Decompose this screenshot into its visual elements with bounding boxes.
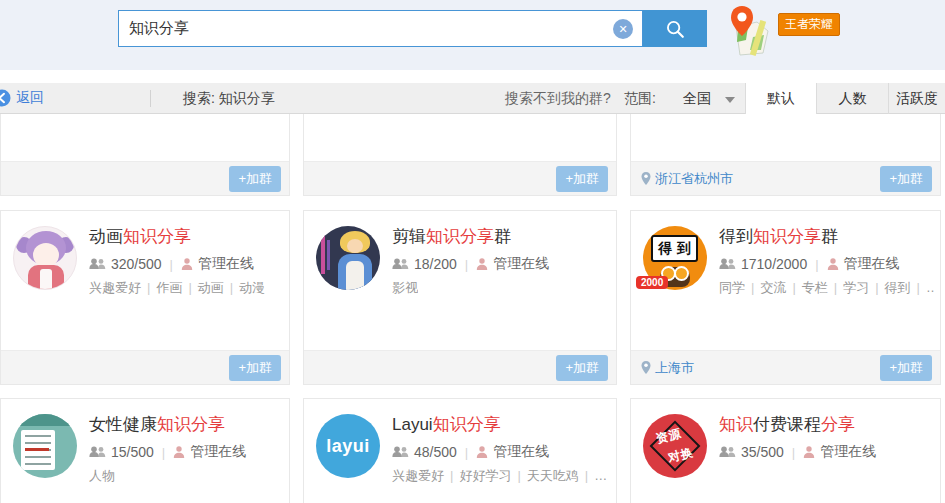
stat-separator: | bbox=[162, 445, 165, 460]
stat-separator: | bbox=[465, 445, 468, 460]
result-row: 动画知识分享 320/500 | 管理在线 兴趣爱好|作画|动画|动漫 +加群 bbox=[0, 210, 945, 385]
group-avatar: 得到 2000 bbox=[643, 226, 707, 290]
back-label: 返回 bbox=[16, 89, 44, 107]
back-icon bbox=[0, 89, 11, 107]
group-avatar: 资源 对换 bbox=[643, 414, 707, 478]
join-group-button[interactable]: +加群 bbox=[556, 166, 608, 192]
member-count: 1710/2000 bbox=[741, 256, 807, 272]
location-text: 上海市 bbox=[655, 359, 694, 377]
group-name: 动画知识分享 bbox=[89, 225, 191, 248]
avatar-shape bbox=[327, 240, 330, 270]
avatar-shape bbox=[33, 243, 59, 267]
avatar-art bbox=[13, 226, 77, 290]
join-group-button[interactable]: +加群 bbox=[880, 355, 932, 381]
group-card[interactable]: 得到 2000 得到知识分享群 1710/2000 | 管理在线 同学|交流|专… bbox=[630, 210, 941, 385]
group-name: 得到知识分享群 bbox=[719, 225, 838, 248]
admin-icon bbox=[476, 258, 488, 270]
members-icon bbox=[392, 258, 409, 270]
avatar-art bbox=[13, 414, 77, 478]
members-icon bbox=[89, 258, 106, 270]
group-avatar bbox=[13, 226, 77, 290]
stat-separator: | bbox=[815, 257, 818, 272]
toolbar-divider bbox=[150, 90, 151, 107]
avatar-shape bbox=[321, 234, 325, 274]
member-count: 320/500 bbox=[111, 256, 162, 272]
member-count: 15/500 bbox=[111, 444, 154, 460]
map-icon bbox=[727, 5, 773, 57]
group-card[interactable]: 剪辑知识分享群 18/200 | 管理在线 影视 +加群 bbox=[303, 210, 617, 385]
group-card[interactable]: layui Layui知识分享 48/500 | 管理在线 兴趣爱好|好好学习|… bbox=[303, 398, 617, 503]
avatar-art: 资源 对换 bbox=[643, 414, 707, 478]
admin-status: 管理在线 bbox=[844, 255, 900, 273]
back-button[interactable]: 返回 bbox=[0, 83, 44, 113]
members-icon bbox=[89, 446, 106, 458]
join-group-button[interactable]: +加群 bbox=[229, 166, 281, 192]
admin-status: 管理在线 bbox=[190, 443, 246, 461]
group-tags: 兴趣爱好|作画|动画|动漫 bbox=[89, 279, 265, 297]
admin-status: 管理在线 bbox=[493, 255, 549, 273]
tab-default[interactable]: 默认 bbox=[745, 83, 816, 114]
location-pin-icon bbox=[641, 172, 651, 186]
admin-icon bbox=[827, 258, 839, 270]
group-card[interactable]: 动画知识分享 320/500 | 管理在线 兴趣爱好|作画|动画|动漫 +加群 bbox=[0, 210, 290, 385]
group-stats: 15/500 | 管理在线 bbox=[89, 443, 246, 461]
map-search-button[interactable] bbox=[727, 5, 773, 57]
group-location: 浙江省杭州市 bbox=[641, 170, 733, 188]
member-count: 48/500 bbox=[414, 444, 457, 460]
group-avatar: layui bbox=[316, 414, 380, 478]
avatar-text: layui bbox=[326, 436, 370, 457]
scope-dropdown[interactable]: 全国 bbox=[683, 90, 735, 108]
group-stats: 1710/2000 | 管理在线 bbox=[719, 255, 900, 273]
avatar-shape bbox=[13, 414, 77, 426]
card-footer: 上海市 +加群 bbox=[631, 350, 940, 384]
admin-status: 管理在线 bbox=[493, 443, 549, 461]
result-row: +加群 +加群 浙江省杭州市 +加群 bbox=[0, 114, 945, 196]
avatar-art bbox=[316, 226, 380, 290]
avatar-badge: 2000 bbox=[636, 276, 668, 289]
group-stats: 48/500 | 管理在线 bbox=[392, 443, 549, 461]
caret-down-icon bbox=[725, 97, 735, 103]
group-card-partial[interactable]: 浙江省杭州市 +加群 bbox=[630, 114, 941, 196]
cant-find-group-link[interactable]: 搜索不到我的群? bbox=[505, 90, 611, 108]
group-card-partial[interactable]: +加群 bbox=[0, 114, 290, 196]
members-icon bbox=[719, 446, 736, 458]
search-bar: ✕ bbox=[118, 10, 707, 47]
result-row: 女性健康知识分享 15/500 | 管理在线 人物 +加群 bbox=[0, 398, 945, 503]
sort-tabs: 默认 人数 活跃度 bbox=[745, 83, 945, 114]
group-location: 上海市 bbox=[641, 359, 694, 377]
card-footer: +加群 bbox=[1, 350, 289, 384]
group-card[interactable]: 资源 对换 知识付费课程分享 35/500 | 管理在线 +加群 bbox=[630, 398, 941, 503]
admin-icon bbox=[476, 446, 488, 458]
admin-icon bbox=[803, 446, 815, 458]
group-card-partial[interactable]: +加群 bbox=[303, 114, 617, 196]
group-tags: 同学|交流|专栏|学习|得到|… bbox=[719, 279, 934, 297]
location-text: 浙江省杭州市 bbox=[655, 170, 733, 188]
card-footer: +加群 bbox=[304, 161, 616, 195]
group-tags: 人物 bbox=[89, 467, 115, 485]
avatar-shape bbox=[347, 239, 363, 253]
join-group-button[interactable]: +加群 bbox=[880, 166, 932, 192]
tab-member-count[interactable]: 人数 bbox=[816, 83, 888, 114]
scope-label: 范围: bbox=[624, 90, 656, 108]
group-card[interactable]: 女性健康知识分享 15/500 | 管理在线 人物 +加群 bbox=[0, 398, 290, 503]
join-group-button[interactable]: +加群 bbox=[229, 355, 281, 381]
group-name: 女性健康知识分享 bbox=[89, 413, 225, 436]
search-input[interactable] bbox=[119, 11, 613, 46]
group-avatar bbox=[316, 226, 380, 290]
join-group-button[interactable]: +加群 bbox=[556, 355, 608, 381]
admin-status: 管理在线 bbox=[198, 255, 254, 273]
avatar-shape bbox=[346, 261, 364, 290]
search-button[interactable] bbox=[643, 10, 707, 47]
scope-value: 全国 bbox=[683, 90, 711, 108]
card-footer: +加群 bbox=[304, 350, 616, 384]
group-name: 剪辑知识分享群 bbox=[392, 225, 511, 248]
tab-activity[interactable]: 活跃度 bbox=[888, 83, 945, 114]
members-icon bbox=[392, 446, 409, 458]
search-results-grid: +加群 +加群 浙江省杭州市 +加群 bbox=[0, 114, 945, 503]
group-avatar bbox=[13, 414, 77, 478]
member-count: 35/500 bbox=[741, 444, 784, 460]
group-name: Layui知识分享 bbox=[392, 413, 501, 436]
group-stats: 18/200 | 管理在线 bbox=[392, 255, 549, 273]
clear-search-icon[interactable]: ✕ bbox=[613, 19, 633, 39]
game-badge[interactable]: 王者荣耀 bbox=[778, 13, 840, 36]
